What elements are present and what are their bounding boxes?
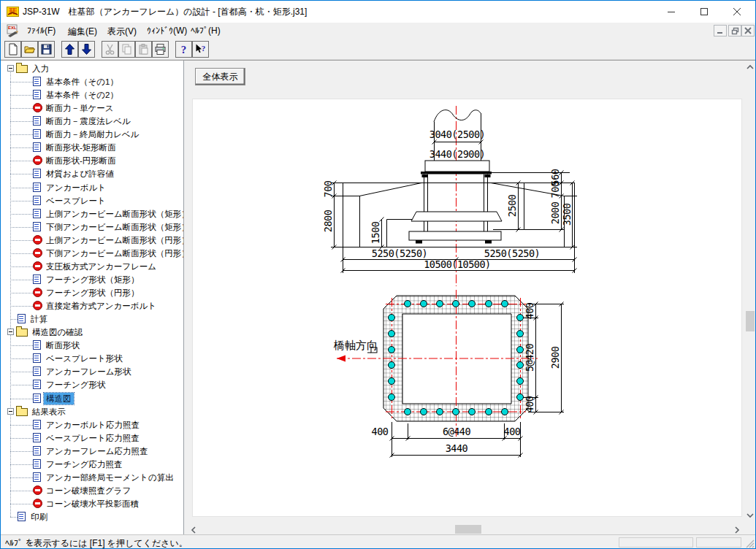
- tree-item-3[interactable]: 断面力－単ケース: [1, 101, 183, 115]
- tree-connector: [10, 108, 33, 109]
- horizontal-scroll-thumb[interactable]: [455, 525, 481, 534]
- blocked-icon: [33, 235, 42, 245]
- tree-item-30[interactable]: フーチング応力照査: [1, 458, 183, 471]
- tree-item-label: コーン破壊水平投影面積: [44, 498, 141, 510]
- document-icon: [33, 222, 41, 231]
- move-up-button[interactable]: [61, 41, 78, 58]
- vertical-scroll-thumb[interactable]: [746, 311, 755, 331]
- tree-item-0[interactable]: 入力: [1, 62, 183, 75]
- document-icon: [33, 459, 41, 469]
- open-file-button[interactable]: [21, 41, 38, 58]
- blocked-icon: [33, 499, 42, 508]
- tree-item-label: 断面形状-矩形断面: [44, 142, 118, 153]
- help-button[interactable]: ?: [175, 41, 192, 58]
- tree-item-19[interactable]: 計算: [1, 312, 183, 326]
- dim-bottom-total: 10500(10500): [424, 258, 491, 270]
- tree-item-29[interactable]: アンカーフレーム応力照査: [1, 445, 183, 458]
- maximize-button[interactable]: [688, 1, 721, 23]
- main-area: 入力基本条件（その1）基本条件（その2）断面力－単ケース断面力－震度法レベル断面…: [1, 60, 755, 534]
- menu-help[interactable]: ﾍﾙﾌﾟ(H): [188, 25, 224, 37]
- dim-plan-right-bottom: 400: [524, 396, 535, 412]
- new-file-icon: [7, 43, 19, 55]
- tree-item-24[interactable]: フーチング形状: [1, 378, 183, 391]
- status-pane-2: [696, 537, 741, 548]
- tree-connector: [10, 306, 33, 307]
- blocked-icon: [33, 261, 42, 271]
- tree-item-31[interactable]: アンカー部終局モーメントの算出: [1, 471, 183, 484]
- menu-file[interactable]: ﾌｧｲﾙ(F): [24, 25, 58, 37]
- tree-connector: [10, 82, 33, 82]
- cut-button[interactable]: [102, 41, 118, 58]
- tree-item-33[interactable]: コーン破壊水平投影面積: [1, 497, 183, 510]
- dim-column-outer-width: 3440(2900): [429, 148, 485, 160]
- dim-plan-right-pitch: 5@420: [524, 344, 535, 372]
- new-file-button[interactable]: [4, 41, 21, 58]
- tree-item-25[interactable]: 構造図: [1, 392, 183, 405]
- dim-left-height: 2800: [322, 210, 334, 232]
- horizontal-scrollbar[interactable]: [188, 523, 743, 535]
- tree-item-label: 断面形状: [44, 339, 82, 351]
- minimize-button[interactable]: [655, 1, 688, 23]
- tree-item-17[interactable]: フーチング形状（円形）: [1, 286, 183, 299]
- tree-item-2[interactable]: 基本条件（その2）: [1, 88, 183, 101]
- tree-item-18[interactable]: 直接定着方式アンカーボルト: [1, 299, 183, 312]
- expand-toggle-icon[interactable]: [7, 329, 14, 335]
- mdi-close-button[interactable]: [741, 25, 755, 37]
- paste-button[interactable]: [135, 41, 152, 58]
- tree-item-34[interactable]: 印刷: [1, 510, 183, 523]
- tree-item-22[interactable]: ベースプレート形状: [1, 352, 183, 365]
- mdi-minimize-button[interactable]: [714, 25, 727, 37]
- tree-item-27[interactable]: アンカーボルト応力照査: [1, 418, 183, 431]
- tree-item-26[interactable]: 結果表示: [1, 405, 183, 418]
- tree-item-14[interactable]: 下側アンカービーム断面形状（円形）: [1, 247, 183, 260]
- expand-toggle-icon[interactable]: [7, 408, 14, 415]
- fit-view-button[interactable]: 全体表示: [195, 68, 245, 85]
- tree-item-20[interactable]: 構造図の確認: [1, 326, 183, 339]
- tree-item-12[interactable]: 下側アンカービーム断面形状（矩形）: [1, 220, 183, 234]
- tree-item-13[interactable]: 上側アンカービーム断面形状（円形）: [1, 234, 183, 247]
- tree-item-label: 基本条件（その1）: [44, 76, 121, 88]
- tree-item-11[interactable]: 上側アンカービーム断面形状（矩形）: [1, 207, 183, 220]
- tree-item-32[interactable]: コーン破壊照査グラフ: [1, 484, 183, 497]
- tree-item-1[interactable]: 基本条件（その1）: [1, 75, 183, 88]
- blocked-icon: [33, 485, 42, 495]
- copy-button[interactable]: [118, 41, 135, 58]
- tree-item-15[interactable]: 支圧板方式アンカーフレーム: [1, 260, 183, 273]
- expand-toggle-icon[interactable]: [7, 65, 14, 72]
- tree-item-6[interactable]: 断面形状-矩形断面: [1, 141, 183, 154]
- tree-item-7[interactable]: 断面形状-円形断面: [1, 154, 183, 167]
- vertical-scrollbar[interactable]: [745, 61, 755, 523]
- dim-plan-bottom-right: 400: [504, 426, 521, 437]
- tree-item-16[interactable]: フーチング形状（矩形）: [1, 273, 183, 286]
- cursor-help-icon: ?: [194, 43, 207, 55]
- tree-item-5[interactable]: 断面力－終局耐力レベル: [1, 128, 183, 141]
- document-icon: [33, 196, 41, 205]
- svg-text:?: ?: [202, 44, 206, 53]
- mdi-restore-button[interactable]: [728, 25, 741, 37]
- tree-item-9[interactable]: アンカーボルト: [1, 181, 183, 194]
- print-button[interactable]: [152, 41, 169, 58]
- tree-item-23[interactable]: アンカーフレーム形状: [1, 365, 183, 378]
- tree-connector: [10, 491, 33, 491]
- tree-item-4[interactable]: 断面力－震度法レベル: [1, 115, 183, 128]
- menu-edit[interactable]: 編集(E): [65, 25, 100, 39]
- svg-text:EXL: EXL: [8, 26, 17, 30]
- tree-item-label: 断面力－震度法レベル: [44, 115, 133, 127]
- tree-item-label: アンカー部終局モーメントの算出: [44, 472, 176, 483]
- document-system-icon[interactable]: EXL: [5, 24, 21, 37]
- menu-bar: EXL ﾌｧｲﾙ(F) 編集(E) 表示(V) ｳｨﾝﾄﾞｳ(W) ﾍﾙﾌﾟ(H…: [1, 23, 755, 39]
- tree-item-10[interactable]: ベースプレート: [1, 194, 183, 207]
- tree-item-8[interactable]: 材質および許容値: [1, 167, 183, 180]
- menu-window[interactable]: ｳｨﾝﾄﾞｳ(W): [144, 25, 190, 37]
- save-button[interactable]: [38, 41, 55, 58]
- svg-text:?: ?: [181, 44, 187, 55]
- tree-item-21[interactable]: 断面形状: [1, 339, 183, 352]
- resize-grip-icon[interactable]: [746, 540, 755, 548]
- tree-item-28[interactable]: ベースプレート応力照査: [1, 431, 183, 445]
- navigation-tree: 入力基本条件（その1）基本条件（その2）断面力－単ケース断面力－震度法レベル断面…: [1, 61, 184, 535]
- context-help-button[interactable]: ?: [192, 41, 209, 58]
- document-icon: [33, 353, 41, 363]
- move-down-button[interactable]: [78, 41, 95, 58]
- close-button[interactable]: [721, 1, 754, 23]
- menu-view[interactable]: 表示(V): [104, 25, 140, 39]
